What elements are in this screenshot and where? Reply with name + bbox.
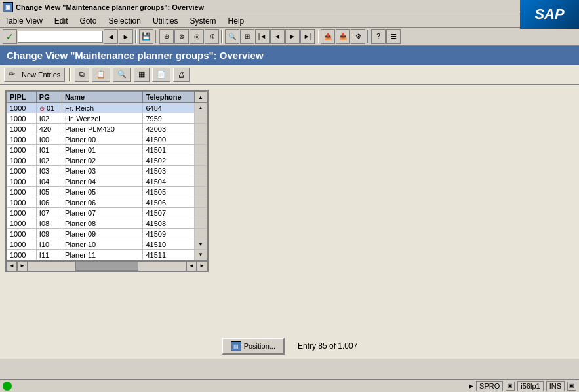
copy-rows-button[interactable]: ⧉ [75, 68, 89, 82]
scroll-right-end-button[interactable]: ◄ [186, 261, 197, 271]
import-button[interactable]: 📥 [336, 29, 350, 44]
cell-pg: I01 [36, 145, 62, 155]
table-row[interactable]: 1000I09Planer 0941509 [7, 229, 207, 239]
separator-3 [221, 30, 223, 43]
save-button[interactable]: 💾 [139, 29, 153, 44]
menu-edit[interactable]: Edit [52, 16, 70, 26]
server-badge: i56lp1 [517, 381, 543, 391]
cell-telephone: 41502 [143, 155, 195, 166]
settings-button[interactable]: ⚙ [351, 29, 365, 44]
confirm-button[interactable]: ✓ [3, 29, 17, 44]
cell-pipl: 1000 [7, 145, 37, 155]
shortcut-button-2[interactable]: ⊗ [174, 29, 189, 44]
cell-name: Planer 10 [62, 239, 143, 250]
scroll-thumb [75, 262, 138, 271]
cell-name: Planer 03 [62, 166, 143, 176]
menu-system[interactable]: System [188, 16, 218, 26]
main-toolbar: ✓ ◄ ► 💾 ⊕ ⊗ ◎ 🖨 🔍 ⊞ |◄ ◄ ► ►| 📤 📥 ⚙ ? ☰ [0, 28, 579, 46]
vscroll-up-button[interactable]: ▲ [195, 105, 207, 111]
new-entries-button[interactable]: ✏ New Entries [4, 68, 65, 82]
cell-telephone: 41503 [143, 166, 195, 176]
menu-selection[interactable]: Selection [107, 16, 143, 26]
custom-button[interactable]: ☰ [386, 29, 401, 44]
cell-pipl: 1000 [7, 155, 37, 166]
help-button[interactable]: ? [371, 29, 386, 44]
table-row[interactable]: 1000I03Planer 0341503 [7, 166, 207, 176]
scroll-left-end-button[interactable]: ► [197, 261, 207, 271]
col-header-name[interactable]: Name [62, 92, 143, 103]
page-title: Change View "Maintenance planner groups"… [0, 46, 579, 65]
scroll-up-top-button[interactable]: ▲ [197, 94, 204, 100]
nav-prev-button[interactable]: ◄ [270, 29, 285, 44]
scroll-left-button[interactable]: ◄ [7, 261, 17, 271]
col-header-pg[interactable]: PG [36, 92, 62, 103]
table-row[interactable]: 1000420Planer PLM42042003 [7, 124, 207, 134]
cell-telephone: 41504 [143, 176, 195, 187]
arrow-right-icon: ▶ [469, 383, 473, 389]
print-button[interactable]: 🖨 [205, 29, 219, 44]
cell-pg: 420 [36, 124, 62, 134]
table-row[interactable]: 1000I08Planer 0841508 [7, 218, 207, 229]
scroll-track[interactable] [28, 261, 186, 271]
menu-table-view[interactable]: Table View [3, 16, 45, 26]
export-table-button[interactable]: 📄 [152, 68, 170, 82]
paste-rows-button[interactable]: 📋 [92, 68, 110, 82]
position-button[interactable]: ▤ Position... [222, 338, 285, 355]
new-entries-label: New Entries [22, 71, 60, 79]
find-button[interactable]: 🔍 [225, 29, 239, 44]
table-row[interactable]: 1000I00Planer 0041500 [7, 134, 207, 145]
table-row[interactable]: 1000⊙ 01Fr. Reich6484▲ [7, 103, 207, 113]
column-select-button[interactable]: ▦ [134, 68, 150, 82]
cell-scroll [194, 176, 207, 187]
col-header-telephone[interactable]: Telephone [143, 92, 195, 103]
cell-name: Planer 01 [62, 145, 143, 155]
table-row[interactable]: 1000I04Planer 0441504 [7, 176, 207, 187]
table-row[interactable]: 1000I02Planer 0241502 [7, 155, 207, 166]
table-header-row: PIPL PG Name Telephone ▲ [7, 92, 207, 103]
back-button[interactable]: ◄ [104, 29, 118, 44]
cell-telephone: 7959 [143, 113, 195, 124]
find-replace-button[interactable]: 🔍 [113, 68, 131, 82]
sap-logo: SAP [520, 0, 579, 29]
find-next-button[interactable]: ⊞ [240, 29, 254, 44]
col-header-pipl[interactable]: PIPL [7, 92, 37, 103]
table-container: PIPL PG Name Telephone ▲ 1000⊙ 01Fr. Rei… [5, 90, 209, 272]
cell-pg: I10 [36, 239, 62, 250]
vscroll-down-button[interactable]: ▼ [195, 241, 207, 247]
nav-first-button[interactable]: |◄ [255, 29, 270, 44]
shortcut-button-1[interactable]: ⊕ [159, 29, 174, 44]
menu-help[interactable]: Help [226, 16, 247, 26]
cell-scroll [194, 145, 207, 155]
status-icon: ▣ [506, 382, 515, 391]
separator-5 [367, 30, 369, 43]
cell-telephone: 6484 [143, 103, 195, 113]
table-row[interactable]: 1000I06Planer 0641506 [7, 197, 207, 208]
table-row[interactable]: 1000I01Planer 0141501 [7, 145, 207, 155]
cell-scroll [194, 208, 207, 218]
cell-scroll [194, 166, 207, 176]
scroll-right-button[interactable]: ► [17, 261, 28, 271]
menu-utilities[interactable]: Utilities [151, 16, 180, 26]
cell-scroll [194, 113, 207, 124]
shortcut-button-3[interactable]: ◎ [190, 29, 204, 44]
table-row[interactable]: 1000I10Planer 1041510▼ [7, 239, 207, 250]
forward-button[interactable]: ► [119, 29, 133, 44]
cell-telephone: 42003 [143, 124, 195, 134]
nav-last-button[interactable]: ►| [300, 29, 315, 44]
cell-scroll [194, 229, 207, 239]
table-row[interactable]: 1000I02Hr. Wenzel7959 [7, 113, 207, 124]
menu-goto[interactable]: Goto [78, 16, 99, 26]
cell-name: Planer 07 [62, 208, 143, 218]
table-row[interactable]: 1000I11Planer 1141511▼ [7, 250, 207, 260]
print-table-button[interactable]: 🖨 [173, 68, 190, 82]
table-row[interactable]: 1000I05Planer 0541505 [7, 187, 207, 197]
table-body: 1000⊙ 01Fr. Reich6484▲1000I02Hr. Wenzel7… [7, 103, 207, 260]
export-button[interactable]: 📤 [321, 29, 335, 44]
command-input[interactable] [18, 31, 103, 43]
table-row[interactable]: 1000I07Planer 0741507 [7, 208, 207, 218]
vscroll-down-end-button[interactable]: ▼ [195, 252, 207, 258]
cell-pg: ⊙ 01 [36, 103, 62, 113]
nav-next-button[interactable]: ► [285, 29, 300, 44]
cell-pipl: 1000 [7, 124, 37, 134]
menu-bar: Table View Edit Goto Selection Utilities… [0, 14, 579, 28]
